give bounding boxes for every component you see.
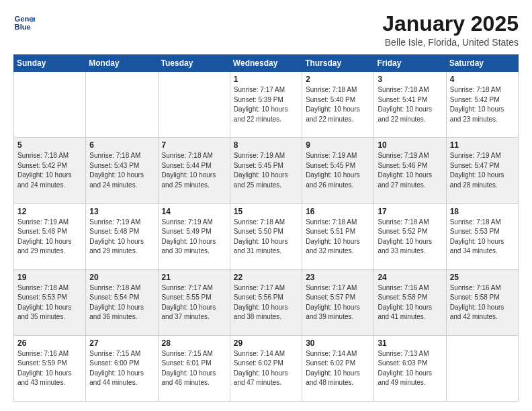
day-number: 11	[450, 140, 515, 150]
calendar-cell: 6Sunrise: 7:18 AMSunset: 5:43 PMDaylight…	[86, 138, 158, 203]
day-info: Sunrise: 7:16 AMSunset: 5:58 PMDaylight:…	[450, 283, 515, 322]
day-number: 6	[89, 140, 154, 150]
calendar-header-row: SundayMondayTuesdayWednesdayThursdayFrid…	[14, 55, 519, 72]
day-number: 14	[162, 207, 226, 216]
calendar-cell: 7Sunrise: 7:18 AMSunset: 5:44 PMDaylight…	[158, 138, 230, 203]
calendar-cell: 23Sunrise: 7:17 AMSunset: 5:57 PMDayligh…	[302, 269, 374, 335]
day-number: 25	[450, 273, 515, 282]
day-info: Sunrise: 7:18 AMSunset: 5:40 PMDaylight:…	[306, 85, 370, 124]
day-info: Sunrise: 7:18 AMSunset: 5:44 PMDaylight:…	[162, 151, 226, 190]
day-info: Sunrise: 7:17 AMSunset: 5:56 PMDaylight:…	[234, 283, 298, 322]
calendar-cell: 29Sunrise: 7:14 AMSunset: 6:02 PMDayligh…	[230, 335, 302, 401]
day-info: Sunrise: 7:18 AMSunset: 5:42 PMDaylight:…	[17, 151, 82, 190]
calendar-week-1: 1Sunrise: 7:17 AMSunset: 5:39 PMDaylight…	[14, 72, 519, 138]
day-number: 21	[162, 273, 226, 282]
calendar-cell	[14, 72, 86, 138]
calendar-week-2: 5Sunrise: 7:18 AMSunset: 5:42 PMDaylight…	[14, 138, 519, 203]
day-number: 31	[378, 338, 442, 348]
day-info: Sunrise: 7:14 AMSunset: 6:02 PMDaylight:…	[306, 349, 370, 388]
logo: General Blue	[13, 12, 35, 34]
day-info: Sunrise: 7:18 AMSunset: 5:41 PMDaylight:…	[378, 85, 442, 124]
col-header-wednesday: Wednesday	[230, 55, 302, 72]
day-number: 19	[17, 273, 82, 282]
day-number: 15	[234, 207, 298, 216]
day-number: 10	[378, 140, 442, 150]
calendar-cell: 27Sunrise: 7:15 AMSunset: 6:00 PMDayligh…	[86, 335, 158, 401]
day-number: 20	[89, 273, 154, 282]
day-info: Sunrise: 7:18 AMSunset: 5:53 PMDaylight:…	[450, 218, 515, 257]
day-info: Sunrise: 7:13 AMSunset: 6:03 PMDaylight:…	[378, 349, 442, 388]
day-info: Sunrise: 7:19 AMSunset: 5:45 PMDaylight:…	[234, 151, 298, 190]
day-number: 17	[378, 207, 442, 216]
day-number: 13	[89, 207, 154, 216]
day-info: Sunrise: 7:15 AMSunset: 6:01 PMDaylight:…	[162, 349, 226, 388]
day-info: Sunrise: 7:19 AMSunset: 5:45 PMDaylight:…	[306, 151, 370, 190]
day-number: 30	[306, 338, 370, 348]
calendar-cell: 12Sunrise: 7:19 AMSunset: 5:48 PMDayligh…	[14, 203, 86, 269]
calendar-cell: 2Sunrise: 7:18 AMSunset: 5:40 PMDaylight…	[302, 72, 374, 138]
page: General Blue January 2025 Belle Isle, Fl…	[0, 0, 532, 411]
day-info: Sunrise: 7:17 AMSunset: 5:57 PMDaylight:…	[306, 283, 370, 322]
calendar-cell: 28Sunrise: 7:15 AMSunset: 6:01 PMDayligh…	[158, 335, 230, 401]
calendar-week-4: 19Sunrise: 7:18 AMSunset: 5:53 PMDayligh…	[14, 269, 519, 335]
calendar-cell: 8Sunrise: 7:19 AMSunset: 5:45 PMDaylight…	[230, 138, 302, 203]
day-number: 26	[17, 338, 82, 348]
logo-icon: General Blue	[13, 12, 35, 34]
day-number: 7	[162, 140, 226, 150]
day-info: Sunrise: 7:14 AMSunset: 6:02 PMDaylight:…	[234, 349, 298, 388]
day-info: Sunrise: 7:19 AMSunset: 5:47 PMDaylight:…	[450, 151, 515, 190]
col-header-saturday: Saturday	[446, 55, 518, 72]
day-info: Sunrise: 7:19 AMSunset: 5:48 PMDaylight:…	[89, 218, 154, 257]
calendar-cell: 4Sunrise: 7:18 AMSunset: 5:42 PMDaylight…	[446, 72, 518, 138]
day-info: Sunrise: 7:16 AMSunset: 5:59 PMDaylight:…	[17, 349, 82, 388]
day-number: 2	[306, 75, 370, 84]
calendar-cell: 3Sunrise: 7:18 AMSunset: 5:41 PMDaylight…	[374, 72, 446, 138]
day-info: Sunrise: 7:18 AMSunset: 5:53 PMDaylight:…	[17, 283, 82, 322]
day-number: 22	[234, 273, 298, 282]
header: General Blue January 2025 Belle Isle, Fl…	[13, 12, 519, 48]
day-number: 29	[234, 338, 298, 348]
calendar-cell: 20Sunrise: 7:18 AMSunset: 5:54 PMDayligh…	[86, 269, 158, 335]
calendar-cell: 19Sunrise: 7:18 AMSunset: 5:53 PMDayligh…	[14, 269, 86, 335]
calendar-cell: 31Sunrise: 7:13 AMSunset: 6:03 PMDayligh…	[374, 335, 446, 401]
col-header-monday: Monday	[86, 55, 158, 72]
calendar-subtitle: Belle Isle, Florida, United States	[382, 37, 519, 48]
day-number: 8	[234, 140, 298, 150]
day-info: Sunrise: 7:18 AMSunset: 5:54 PMDaylight:…	[89, 283, 154, 322]
calendar-cell: 10Sunrise: 7:19 AMSunset: 5:46 PMDayligh…	[374, 138, 446, 203]
calendar-cell: 1Sunrise: 7:17 AMSunset: 5:39 PMDaylight…	[230, 72, 302, 138]
calendar-title: January 2025	[382, 12, 519, 36]
day-number: 12	[17, 207, 82, 216]
calendar-cell: 13Sunrise: 7:19 AMSunset: 5:48 PMDayligh…	[86, 203, 158, 269]
day-number: 27	[89, 338, 154, 348]
day-number: 24	[378, 273, 442, 282]
day-info: Sunrise: 7:17 AMSunset: 5:55 PMDaylight:…	[162, 283, 226, 322]
calendar-cell: 24Sunrise: 7:16 AMSunset: 5:58 PMDayligh…	[374, 269, 446, 335]
calendar-week-3: 12Sunrise: 7:19 AMSunset: 5:48 PMDayligh…	[14, 203, 519, 269]
calendar-cell: 22Sunrise: 7:17 AMSunset: 5:56 PMDayligh…	[230, 269, 302, 335]
col-header-friday: Friday	[374, 55, 446, 72]
calendar-cell	[446, 335, 518, 401]
calendar-cell: 25Sunrise: 7:16 AMSunset: 5:58 PMDayligh…	[446, 269, 518, 335]
day-info: Sunrise: 7:18 AMSunset: 5:51 PMDaylight:…	[306, 218, 370, 257]
calendar-cell: 9Sunrise: 7:19 AMSunset: 5:45 PMDaylight…	[302, 138, 374, 203]
calendar-cell: 5Sunrise: 7:18 AMSunset: 5:42 PMDaylight…	[14, 138, 86, 203]
calendar-cell: 17Sunrise: 7:18 AMSunset: 5:52 PMDayligh…	[374, 203, 446, 269]
calendar-cell	[86, 72, 158, 138]
calendar-cell: 30Sunrise: 7:14 AMSunset: 6:02 PMDayligh…	[302, 335, 374, 401]
col-header-tuesday: Tuesday	[158, 55, 230, 72]
day-number: 23	[306, 273, 370, 282]
day-info: Sunrise: 7:17 AMSunset: 5:39 PMDaylight:…	[234, 85, 298, 124]
title-area: January 2025 Belle Isle, Florida, United…	[382, 12, 519, 48]
day-number: 18	[450, 207, 515, 216]
day-number: 28	[162, 338, 226, 348]
calendar-cell: 26Sunrise: 7:16 AMSunset: 5:59 PMDayligh…	[14, 335, 86, 401]
day-info: Sunrise: 7:18 AMSunset: 5:42 PMDaylight:…	[450, 85, 515, 124]
day-number: 4	[450, 75, 515, 84]
day-info: Sunrise: 7:19 AMSunset: 5:46 PMDaylight:…	[378, 151, 442, 190]
day-info: Sunrise: 7:19 AMSunset: 5:48 PMDaylight:…	[17, 218, 82, 257]
calendar-cell: 16Sunrise: 7:18 AMSunset: 5:51 PMDayligh…	[302, 203, 374, 269]
calendar-cell: 11Sunrise: 7:19 AMSunset: 5:47 PMDayligh…	[446, 138, 518, 203]
calendar-table: SundayMondayTuesdayWednesdayThursdayFrid…	[13, 54, 519, 402]
day-info: Sunrise: 7:15 AMSunset: 6:00 PMDaylight:…	[89, 349, 154, 388]
